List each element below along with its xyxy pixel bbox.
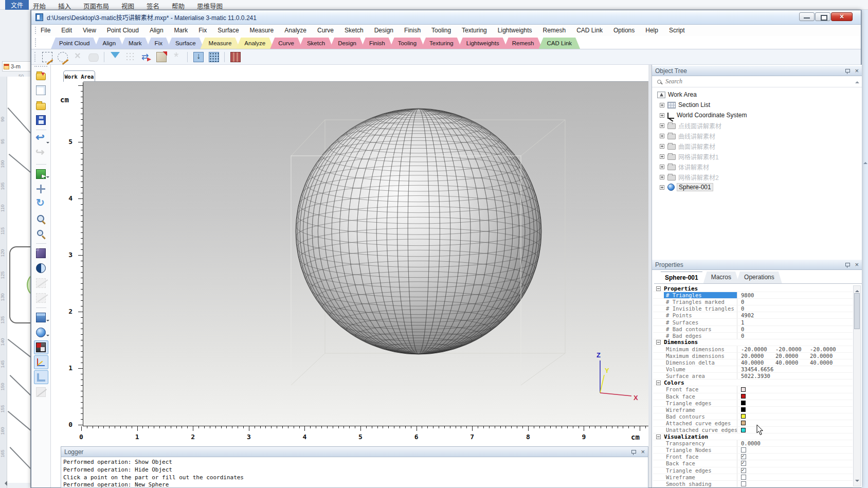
select-entity-icon[interactable] <box>34 167 48 181</box>
coordinate-axes-icon[interactable] <box>34 355 48 369</box>
create-mesh-grid-icon[interactable] <box>207 50 221 64</box>
point-cloud-icon[interactable] <box>124 50 137 64</box>
property-row[interactable]: Front face <box>653 386 853 393</box>
expand-icon[interactable] <box>660 134 664 138</box>
checkbox[interactable] <box>741 461 746 466</box>
checkbox[interactable] <box>741 468 746 473</box>
properties-scrollbar[interactable] <box>853 285 861 486</box>
properties-tab[interactable]: Operations <box>736 272 782 283</box>
mark-lasso-icon[interactable] <box>56 50 69 64</box>
property-row[interactable]: Properties <box>653 285 853 292</box>
open-icon[interactable] <box>34 98 48 112</box>
bg-ribbon-tab[interactable]: 开始 <box>33 0 46 10</box>
property-row[interactable]: # Surfaces 1 <box>653 319 853 326</box>
ribbon-tab[interactable]: Analyze <box>236 38 274 49</box>
property-row[interactable]: Wireframe <box>653 474 853 481</box>
merge-points-icon[interactable] <box>170 50 184 64</box>
property-row[interactable]: Surface area 5022.3930 <box>653 373 853 379</box>
minimize-icon[interactable] <box>799 12 815 21</box>
texture-module-icon[interactable] <box>229 50 242 64</box>
scroll-up-icon[interactable] <box>855 288 859 292</box>
expand-icon[interactable] <box>660 154 664 159</box>
logger-header[interactable]: Logger × <box>61 447 648 457</box>
property-row[interactable]: Maximum dimensions 20.0000 20.0000 20.00… <box>653 353 853 359</box>
ribbon-tab[interactable]: Finish <box>361 38 393 49</box>
undo-icon[interactable] <box>34 133 48 147</box>
unmark-icon[interactable] <box>71 50 85 64</box>
ribbon-tab[interactable]: Mark <box>120 38 150 49</box>
ribbon-tab[interactable]: Fix <box>147 38 171 49</box>
create-mesh-icon[interactable] <box>192 50 205 64</box>
color-swatch[interactable] <box>741 387 746 392</box>
property-row[interactable]: Back face <box>653 393 853 400</box>
rotate-icon[interactable] <box>34 197 48 211</box>
close-icon[interactable]: × <box>855 262 859 267</box>
capture-view-icon[interactable] <box>34 246 48 260</box>
property-row[interactable]: # Triangles marked 0 <box>653 299 853 305</box>
filter-point-cloud-icon[interactable] <box>109 50 122 64</box>
shading-sphere-icon[interactable] <box>34 326 48 339</box>
menu-item[interactable]: Design <box>374 27 393 34</box>
property-row[interactable]: Dimensions <box>653 339 853 346</box>
search-input[interactable] <box>665 78 859 85</box>
clipping-view-icon[interactable] <box>34 340 48 354</box>
checkbox[interactable] <box>741 475 746 480</box>
scroll-thumb[interactable] <box>854 293 860 329</box>
property-row[interactable]: # Bad contours 0 <box>653 326 853 333</box>
ribbon-tab[interactable]: Remesh <box>504 38 542 49</box>
import-icon[interactable] <box>34 68 48 82</box>
ribbon-tab[interactable]: Sketch <box>299 38 333 49</box>
register-point-cloud-icon[interactable] <box>139 50 153 64</box>
menu-item[interactable]: Curve <box>317 27 334 34</box>
section-view-icon[interactable] <box>34 385 48 399</box>
ribbon-tab[interactable]: Tooling <box>390 38 425 49</box>
bg-scroll-up-icon[interactable] <box>863 160 867 164</box>
3d-canvas[interactable]: Z Y X <box>83 81 650 426</box>
menu-item[interactable]: Fix <box>198 27 207 34</box>
color-swatch[interactable] <box>741 407 746 412</box>
background-app-scrollbar[interactable] <box>861 10 868 488</box>
tree-item[interactable]: Work Area <box>652 89 855 100</box>
tree-item[interactable]: 体讲解素材 <box>652 161 855 172</box>
property-row[interactable]: Triangle edges <box>653 467 853 474</box>
restore-icon[interactable] <box>815 12 830 21</box>
property-row[interactable]: Attached curve edges <box>653 420 853 427</box>
collapse-icon[interactable] <box>656 340 661 345</box>
checkbox[interactable] <box>741 481 746 486</box>
color-swatch[interactable] <box>741 428 746 432</box>
expand-icon[interactable] <box>660 113 664 118</box>
ribbon-tab[interactable]: Curve <box>270 38 302 49</box>
ribbon-tab[interactable]: Texturing <box>421 38 462 49</box>
properties-tab[interactable]: Sphere-001 <box>657 272 706 283</box>
expand-icon[interactable] <box>660 123 664 128</box>
menu-item[interactable]: Sketch <box>345 27 364 34</box>
new-document-icon[interactable] <box>34 83 48 97</box>
bg-ribbon-tab[interactable]: 思维导图 <box>197 0 223 10</box>
menu-item[interactable]: Finish <box>404 27 421 34</box>
bg-document-tab[interactable]: 3-m <box>2 61 31 71</box>
pan-icon[interactable] <box>34 182 48 196</box>
ribbon-tab[interactable]: CAD Link <box>539 38 581 49</box>
expand-icon[interactable] <box>660 185 664 190</box>
menu-item[interactable]: File <box>41 27 50 34</box>
menu-item[interactable]: CAD Link <box>576 27 603 34</box>
pin-icon[interactable] <box>845 262 851 268</box>
pin-icon[interactable] <box>631 449 637 455</box>
tree-item[interactable]: Sphere-001 <box>652 182 855 192</box>
close-icon[interactable] <box>831 12 853 21</box>
menu-item[interactable]: Surface <box>218 27 239 34</box>
expand-icon[interactable] <box>660 165 664 169</box>
close-icon[interactable]: × <box>855 68 859 74</box>
bg-ribbon-tab[interactable]: 签名 <box>147 0 159 10</box>
work-area-tab[interactable]: Work Area <box>63 70 95 82</box>
properties-header[interactable]: Properties × <box>652 260 862 270</box>
shading-cube-icon[interactable] <box>34 311 48 324</box>
ribbon-tab[interactable]: Measure <box>201 38 240 49</box>
pin-icon[interactable] <box>845 68 851 74</box>
checkbox[interactable] <box>741 447 746 453</box>
property-row[interactable]: Dimension delta 40.0000 40.0000 40.0000 <box>653 359 853 366</box>
menu-item[interactable]: Tooling <box>431 27 451 34</box>
menu-item[interactable]: View <box>83 27 96 34</box>
bg-ribbon-tab[interactable]: 插入 <box>58 0 71 10</box>
color-swatch[interactable] <box>741 421 746 425</box>
